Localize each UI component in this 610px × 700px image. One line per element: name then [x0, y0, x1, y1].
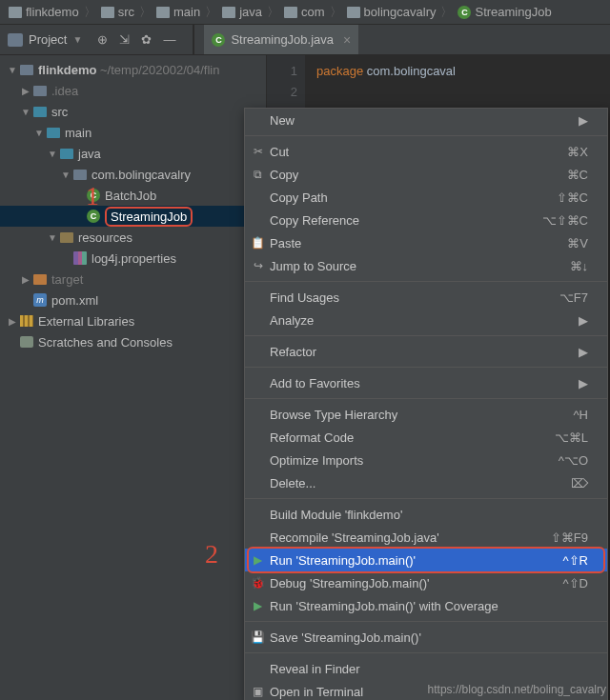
breadcrumb[interactable]: flinkdemo〉 src〉 main〉 java〉 com〉 bolingc…	[0, 0, 610, 25]
class-icon: C	[212, 33, 225, 47]
class-icon: C	[458, 6, 471, 19]
menu-save[interactable]: 💾Save 'StreamingJob.main()'	[245, 626, 607, 649]
project-tool-window-header[interactable]: Project ▼ ⊕ ⇲ ✿ —	[0, 25, 193, 54]
menu-new[interactable]: New▶	[245, 109, 607, 131]
copy-icon: ⧉	[251, 168, 265, 182]
folder-icon	[222, 7, 235, 18]
class-icon: C	[87, 210, 100, 223]
menu-add-to-favorites[interactable]: Add to Favorites▶	[245, 371, 607, 394]
tree-item[interactable]: CBatchJob	[0, 185, 266, 206]
watermark: https://blog.csdn.net/boling_cavalry	[428, 683, 606, 696]
paste-icon: 📋	[251, 236, 265, 250]
menu-copy-reference[interactable]: Copy Reference⌥⇧⌘C	[245, 209, 607, 231]
tree-item[interactable]: ▼java	[0, 143, 266, 164]
scratch-icon	[20, 336, 33, 348]
annotation-2: 2	[205, 539, 218, 570]
menu-build-module[interactable]: Build Module 'flinkdemo'	[245, 503, 607, 526]
run-icon: ▶	[251, 553, 265, 568]
tree-item[interactable]: ▶target	[0, 269, 266, 290]
menu-copy-path[interactable]: Copy Path⇧⌘C	[245, 186, 607, 209]
tree-item[interactable]: ▶External Libraries	[0, 310, 266, 331]
folder-icon	[9, 7, 22, 18]
menu-refactor[interactable]: Refactor▶	[245, 340, 607, 363]
project-icon	[8, 33, 23, 47]
menu-run-coverage[interactable]: ▶Run 'StreamingJob.main()' with Coverage	[245, 594, 607, 617]
tree-item[interactable]: log4j.properties	[0, 248, 266, 269]
folder-icon	[347, 7, 360, 18]
tree-item[interactable]: mpom.xml	[0, 290, 266, 310]
menu-optimize-imports[interactable]: Optimize Imports^⌥O	[245, 449, 607, 471]
menu-copy[interactable]: ⧉Copy⌘C	[245, 163, 607, 186]
cut-icon: ✂	[251, 145, 265, 159]
menu-analyze[interactable]: Analyze▶	[245, 309, 607, 331]
tab-label: StreamingJob.java	[231, 32, 334, 47]
menu-delete[interactable]: Delete...⌦	[245, 471, 607, 494]
tree-root[interactable]: ▼flinkdemo ~/temp/202002/04/flin	[0, 59, 266, 80]
collapse-icon[interactable]: ⇲	[119, 32, 130, 47]
tree-item[interactable]: ▼main	[0, 122, 266, 143]
menu-cut[interactable]: ✂Cut⌘X	[245, 140, 607, 163]
tree-item[interactable]: Scratches and Consoles	[0, 331, 266, 352]
menu-find-usages[interactable]: Find Usages⌥F7	[245, 286, 607, 309]
context-menu: New▶ ✂Cut⌘X ⧉Copy⌘C Copy Path⇧⌘C Copy Re…	[244, 108, 608, 700]
maven-icon: m	[33, 293, 47, 307]
hide-icon[interactable]: —	[163, 32, 175, 47]
coverage-icon: ▶	[251, 599, 265, 613]
menu-paste[interactable]: 📋Paste⌘V	[245, 231, 607, 254]
chevron-down-icon[interactable]: ▼	[72, 34, 82, 45]
folder-icon	[156, 7, 170, 18]
tree-item[interactable]: ▼resources	[0, 227, 266, 248]
tree-item-selected[interactable]: CStreamingJob	[0, 206, 266, 227]
tree-item[interactable]: ▼com.bolingcavalry	[0, 164, 266, 185]
folder-icon	[101, 7, 114, 18]
editor-tab[interactable]: C StreamingJob.java ×	[204, 25, 358, 54]
menu-debug[interactable]: 🐞Debug 'StreamingJob.main()'^⇧D	[245, 571, 607, 594]
tree-item[interactable]: ▶.idea	[0, 80, 266, 101]
menu-jump-to-source[interactable]: ↪Jump to Source⌘↓	[245, 254, 607, 277]
library-icon	[20, 315, 33, 327]
menu-reformat-code[interactable]: Reformat Code⌥⌘L	[245, 426, 607, 449]
terminal-icon: ▣	[251, 685, 265, 699]
properties-icon	[73, 251, 87, 265]
debug-icon: 🐞	[251, 576, 265, 590]
project-label: Project	[29, 32, 67, 47]
gear-icon[interactable]: ✿	[141, 32, 152, 47]
target-icon[interactable]: ⊕	[97, 32, 108, 47]
tree-item[interactable]: ▼src	[0, 101, 266, 122]
menu-reveal-in-finder[interactable]: Reveal in Finder	[245, 657, 607, 680]
jump-icon: ↪	[251, 259, 265, 273]
close-icon[interactable]: ×	[343, 32, 351, 48]
annotation-1: 1	[86, 181, 99, 211]
menu-browse-hierarchy[interactable]: Browse Type Hierarchy^H	[245, 403, 607, 426]
folder-icon	[284, 7, 297, 18]
menu-recompile[interactable]: Recompile 'StreamingJob.java'⇧⌘F9	[245, 526, 607, 549]
project-tree[interactable]: ▼flinkdemo ~/temp/202002/04/flin ▶.idea …	[0, 55, 267, 700]
save-icon: 💾	[251, 630, 265, 645]
menu-run[interactable]: ▶Run 'StreamingJob.main()'^⇧R	[245, 549, 607, 571]
